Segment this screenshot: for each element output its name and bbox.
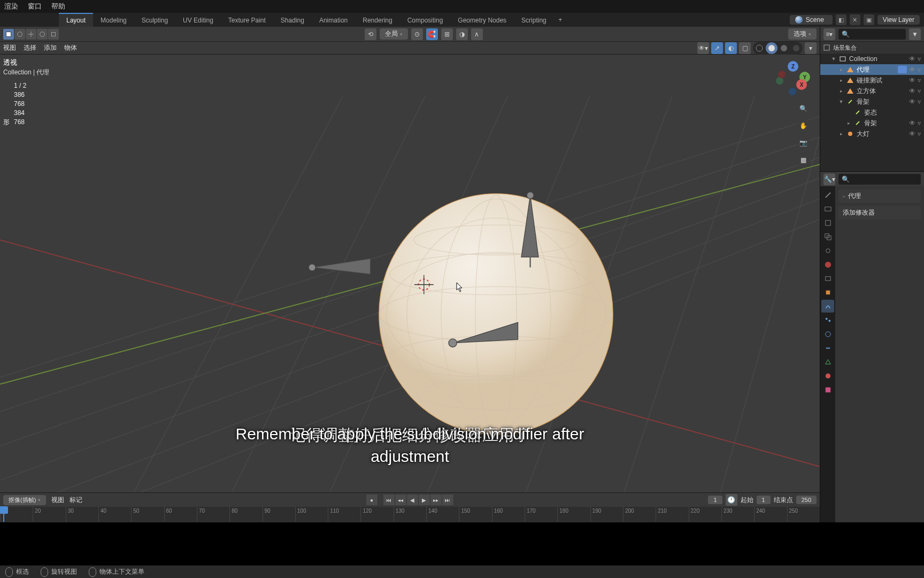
ptab-object-icon[interactable] (821, 286, 834, 299)
tab-scripting[interactable]: Scripting (514, 13, 554, 27)
eye-icon[interactable]: 👁 (909, 77, 915, 84)
play-reverse-icon[interactable]: ◀ (407, 495, 419, 505)
viewlayer-icon[interactable]: ▣ (864, 14, 874, 25)
pan-tool-icon[interactable]: ✋ (796, 119, 810, 133)
ptab-data-icon[interactable] (821, 355, 834, 368)
outliner-row-姿态[interactable]: 姿态 (820, 107, 924, 118)
vp-menu-view[interactable]: 视图 (3, 43, 16, 52)
jump-end-icon[interactable]: ⏭ (442, 495, 454, 505)
render-icon[interactable]: ▿ (918, 119, 921, 127)
render-icon[interactable]: ▿ (918, 87, 921, 95)
visibility-dropdown-icon[interactable]: 👁▾ (697, 42, 709, 54)
ptab-viewlayer-icon[interactable] (821, 230, 834, 243)
render-icon[interactable]: ▿ (918, 55, 921, 63)
overlay-toggle-icon[interactable]: ◐ (725, 42, 737, 54)
xray-toggle-icon[interactable]: ▢ (739, 42, 751, 54)
object-name-field[interactable]: ▫ 代理 (838, 189, 921, 203)
render-icon[interactable]: ▿ (918, 98, 921, 105)
options-dropdown[interactable]: 选项 (788, 28, 817, 40)
outliner-row-骨架[interactable]: ▼骨架👁▿ (820, 96, 924, 107)
proportional-edit-icon[interactable]: ◑ (456, 28, 468, 40)
add-workspace-button[interactable]: + (554, 13, 567, 27)
vp-menu-object[interactable]: 物体 (64, 43, 77, 52)
tl-menu-marker[interactable]: 标记 (70, 496, 82, 505)
autokey-icon[interactable]: ● (366, 495, 378, 505)
outliner-search[interactable]: 🔍 (838, 29, 906, 40)
jump-start-icon[interactable]: ⏮ (383, 495, 395, 505)
current-frame-field[interactable]: 1 (708, 496, 722, 504)
props-search[interactable]: 🔍 (838, 174, 921, 185)
tab-layout[interactable]: Layout (59, 13, 93, 27)
render-icon[interactable]: ▿ (918, 77, 921, 84)
vp-menu-select[interactable]: 选择 (24, 43, 36, 52)
tab-uv-editing[interactable]: UV Editing (175, 13, 221, 27)
timeline-mode-dropdown[interactable]: 抠像(插帧) (3, 495, 46, 505)
outliner-row-骨架[interactable]: ▸骨架👁▿ (820, 118, 924, 128)
outliner-row-Collection[interactable]: ▼Collection👁▿ (820, 54, 924, 64)
tab-texture-paint[interactable]: Texture Paint (221, 13, 273, 27)
eye-icon[interactable]: 👁 (909, 66, 915, 73)
3d-viewport[interactable]: 透视 Collection | 代理 1 / 2 386 768 384 形76… (0, 55, 820, 492)
ptab-collection-icon[interactable] (821, 272, 834, 285)
shading-wireframe-icon[interactable] (753, 42, 765, 54)
vp-menu-add[interactable]: 添加 (44, 43, 57, 52)
axis-neg-y-icon[interactable] (776, 77, 783, 85)
ptab-particles-icon[interactable] (821, 314, 834, 326)
outliner-filter-icon[interactable]: ▼ (909, 28, 921, 40)
ptab-material-icon[interactable] (821, 369, 834, 382)
tab-animation[interactable]: Animation (312, 13, 355, 27)
tab-geometry-nodes[interactable]: Geometry Nodes (450, 13, 514, 27)
tab-modeling[interactable]: Modeling (93, 13, 134, 27)
mode-scale-icon[interactable] (48, 29, 59, 40)
shading-options-icon[interactable]: ▾ (805, 42, 817, 54)
falloff-icon[interactable]: ∧ (471, 28, 483, 40)
mode-rotate-icon[interactable] (37, 29, 48, 40)
eye-icon[interactable]: 👁 (909, 87, 915, 95)
prev-key-icon[interactable]: ◂◂ (395, 495, 407, 505)
menu-window[interactable]: 窗口 (28, 2, 42, 11)
zoom-tool-icon[interactable]: 🔍 (796, 102, 810, 116)
render-icon[interactable]: ▿ (918, 66, 921, 73)
outliner-row-代理[interactable]: ▸代理⬚👁▿ (820, 64, 924, 75)
eye-icon[interactable]: 👁 (909, 98, 915, 105)
tab-sculpting[interactable]: Sculpting (134, 13, 175, 27)
tl-menu-view[interactable]: 视图 (51, 496, 64, 505)
menu-render[interactable]: 渲染 (4, 2, 18, 11)
eye-icon[interactable]: 👁 (909, 55, 915, 63)
start-frame-field[interactable]: 1 (757, 496, 771, 504)
camera-tool-icon[interactable]: 📷 (796, 136, 810, 150)
grid-tool-icon[interactable]: ▦ (796, 153, 810, 167)
pin-scene-button[interactable]: ◧ (836, 14, 846, 25)
axis-z-icon[interactable]: Z (788, 61, 798, 72)
outliner-type-icon[interactable]: ≡▾ (823, 28, 835, 40)
tab-shading[interactable]: Shading (273, 13, 312, 27)
ptab-modifiers-icon[interactable] (821, 300, 834, 313)
snap-toggle-icon[interactable]: 🧲 (426, 28, 438, 40)
outliner-row-碰撞测试[interactable]: ▸碰撞测试👁▿ (820, 75, 924, 86)
gizmo-toggle-icon[interactable]: ↗ (711, 42, 723, 54)
ptab-texture-icon[interactable] (821, 383, 834, 396)
mode-object-icon[interactable] (3, 29, 14, 40)
snap-options-icon[interactable]: ⊞ (441, 28, 453, 40)
render-icon[interactable]: ▿ (918, 130, 921, 138)
gizmo-orientation-icon[interactable]: ⟲ (365, 28, 376, 40)
shading-matprev-icon[interactable] (778, 42, 790, 54)
ptab-scene-icon[interactable] (821, 244, 834, 257)
ptab-render-icon[interactable] (821, 202, 834, 215)
playhead[interactable] (3, 507, 4, 522)
mode-cursor-icon[interactable] (14, 29, 25, 40)
eye-icon[interactable]: 👁 (909, 119, 915, 127)
shading-solid-icon[interactable] (766, 42, 777, 54)
outliner-row-立方体[interactable]: ▸立方体👁▿ (820, 86, 924, 96)
props-type-icon[interactable]: 🔧▾ (823, 173, 835, 185)
timeline-ruler[interactable]: 1020304050607080901001101201301401501601… (0, 507, 820, 522)
menu-help[interactable]: 帮助 (51, 2, 65, 11)
viewlayer-selector[interactable]: View Layer (877, 15, 920, 25)
ptab-physics-icon[interactable] (821, 328, 834, 340)
close-scene-button[interactable]: ✕ (850, 14, 860, 25)
mode-move-icon[interactable] (26, 29, 36, 40)
add-modifier-dropdown[interactable]: 添加修改器 (838, 206, 921, 219)
pivot-dropdown-icon[interactable]: ⊙ (411, 28, 423, 40)
next-key-icon[interactable]: ▸▸ (430, 495, 442, 505)
scene-selector[interactable]: Scene (790, 15, 833, 25)
